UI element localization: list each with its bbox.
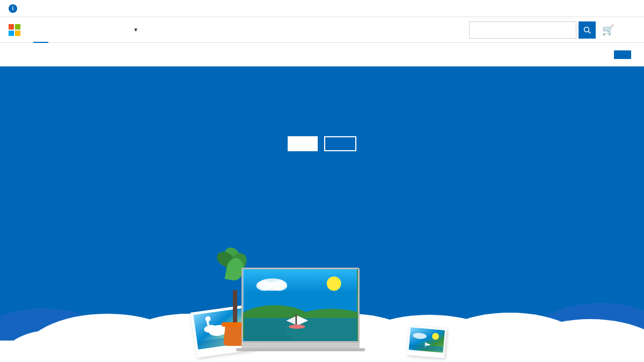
sign-in-button[interactable] — [620, 27, 635, 33]
buy-office-button[interactable] — [614, 50, 631, 59]
svg-rect-33 — [295, 314, 297, 326]
devices-illustration — [188, 223, 456, 362]
search-container — [469, 21, 596, 39]
svg-point-32 — [270, 280, 287, 291]
sub-nav-download[interactable] — [64, 43, 82, 67]
nav-link-support[interactable] — [108, 17, 123, 43]
photo-print-2 — [407, 326, 447, 358]
top-nav-links: ▼ — [33, 17, 469, 43]
sub-nav-business[interactable] — [30, 43, 47, 67]
svg-point-36 — [289, 324, 305, 329]
svg-point-31 — [257, 280, 273, 291]
nav-link-office[interactable] — [33, 17, 48, 43]
plant-stem — [233, 290, 237, 322]
see-plans-button[interactable] — [288, 136, 318, 151]
top-nav: ▼ 🛒 — [0, 17, 644, 43]
search-box — [469, 21, 576, 39]
cookie-bar-left: i — [9, 4, 21, 13]
ms-logo-squares — [9, 24, 20, 36]
chevron-down-icon: ▼ — [133, 27, 138, 33]
sub-nav-plans[interactable] — [47, 43, 64, 67]
nav-link-deals[interactable] — [93, 17, 108, 43]
search-input[interactable] — [474, 26, 572, 34]
ms-logo-yellow — [15, 31, 20, 36]
laptop-device — [241, 268, 360, 351]
top-nav-right: 🛒 — [469, 21, 635, 39]
ms-logo-green — [15, 24, 20, 29]
photo2-svg — [409, 327, 445, 352]
ms-logo-red — [9, 24, 14, 29]
cart-icon[interactable]: 🛒 — [602, 24, 614, 36]
more-menu-button[interactable]: ▼ — [123, 17, 146, 43]
ms-logo-blue — [9, 31, 14, 36]
nav-link-windows[interactable] — [48, 17, 63, 43]
nav-link-surface[interactable] — [63, 17, 78, 43]
cookie-bar: i — [0, 0, 644, 17]
nav-link-xbox[interactable] — [78, 17, 93, 43]
photo2-image — [409, 327, 445, 352]
laptop-bottom — [236, 348, 365, 351]
search-icon — [583, 26, 591, 34]
laptop-screen — [241, 268, 360, 343]
search-button[interactable] — [579, 21, 596, 39]
microsoft-logo[interactable] — [9, 24, 20, 36]
sub-nav — [0, 43, 644, 67]
hero-section — [0, 67, 644, 362]
sign-up-button[interactable] — [324, 136, 356, 151]
info-icon: i — [9, 4, 17, 13]
laptop-base — [241, 343, 360, 348]
sub-nav-how-to[interactable] — [82, 43, 99, 67]
svg-point-29 — [327, 276, 341, 291]
sub-nav-links — [30, 43, 614, 67]
laptop-screen-svg — [243, 269, 358, 341]
hero-buttons — [288, 136, 356, 151]
svg-line-1 — [589, 31, 591, 33]
